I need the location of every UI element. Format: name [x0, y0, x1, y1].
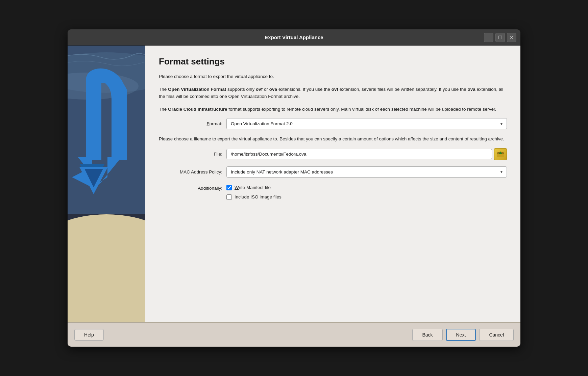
footer-right: Back Next Cancel — [412, 329, 514, 341]
svg-rect-13 — [497, 154, 504, 157]
description-filename: Please choose a filename to export the v… — [159, 135, 507, 143]
manifest-checkbox[interactable] — [226, 185, 232, 190]
minimize-button[interactable]: — — [484, 33, 493, 42]
svg-rect-5 — [68, 255, 145, 322]
mac-row: MAC Address Policy: Include only NAT net… — [159, 166, 507, 178]
svg-rect-6 — [86, 79, 101, 160]
description-intro: Please choose a format to export the vir… — [159, 73, 507, 80]
mac-label: MAC Address Policy: — [159, 169, 226, 174]
file-input-group — [226, 148, 507, 160]
footer-left: Help — [74, 329, 104, 341]
file-control — [226, 148, 507, 160]
next-button[interactable]: Next — [446, 329, 476, 341]
mac-control: Include only NAT network adapter MAC add… — [226, 166, 507, 178]
back-button[interactable]: Back — [412, 329, 442, 341]
titlebar: Export Virtual Appliance — ☐ ✕ — [68, 29, 520, 46]
footer: Help Back Next Cancel — [68, 322, 520, 347]
window-title: Export Virtual Appliance — [265, 34, 323, 40]
file-row: File: — [159, 148, 507, 160]
file-browse-button[interactable] — [494, 148, 507, 160]
iso-checkbox-item: Include ISO image files — [226, 194, 507, 200]
description-ovf: The Open Virtualization Format supports … — [159, 86, 507, 100]
additionally-label: Additionally: — [159, 185, 226, 191]
iso-checkbox[interactable] — [226, 194, 232, 200]
checkbox-group: Write Manifest file Include ISO image fi… — [226, 185, 507, 200]
format-control: Open Virtualization Format 2.0 Open Virt… — [226, 118, 507, 129]
svg-rect-7 — [112, 100, 127, 160]
content-area: Format settings Please choose a format t… — [68, 46, 520, 322]
format-row: Format: Open Virtualization Format 2.0 O… — [159, 118, 507, 129]
close-button[interactable]: ✕ — [507, 33, 516, 42]
cancel-button[interactable]: Cancel — [479, 329, 514, 341]
format-select[interactable]: Open Virtualization Format 2.0 Open Virt… — [226, 118, 507, 129]
help-button[interactable]: Help — [74, 329, 104, 341]
additionally-row: Additionally: Write Manifest file — [159, 185, 507, 200]
mac-select[interactable]: Include only NAT network adapter MAC add… — [226, 166, 507, 178]
file-label: File: — [159, 152, 226, 157]
format-label: Format: — [159, 121, 226, 126]
sidebar-illustration — [68, 46, 145, 322]
window-controls: — ☐ ✕ — [484, 33, 516, 42]
description-oci: The Oracle Cloud Infrastructure format s… — [159, 106, 507, 113]
manifest-label[interactable]: Write Manifest file — [235, 185, 271, 190]
page-title: Format settings — [159, 56, 507, 67]
iso-label[interactable]: Include ISO image files — [235, 194, 281, 199]
manifest-checkbox-item: Write Manifest file — [226, 185, 507, 190]
main-panel: Format settings Please choose a format t… — [145, 46, 520, 322]
additionally-control: Write Manifest file Include ISO image fi… — [226, 185, 507, 200]
file-input[interactable] — [226, 149, 492, 159]
export-appliance-window: Export Virtual Appliance — ☐ ✕ — [68, 29, 520, 347]
maximize-button[interactable]: ☐ — [495, 33, 505, 42]
